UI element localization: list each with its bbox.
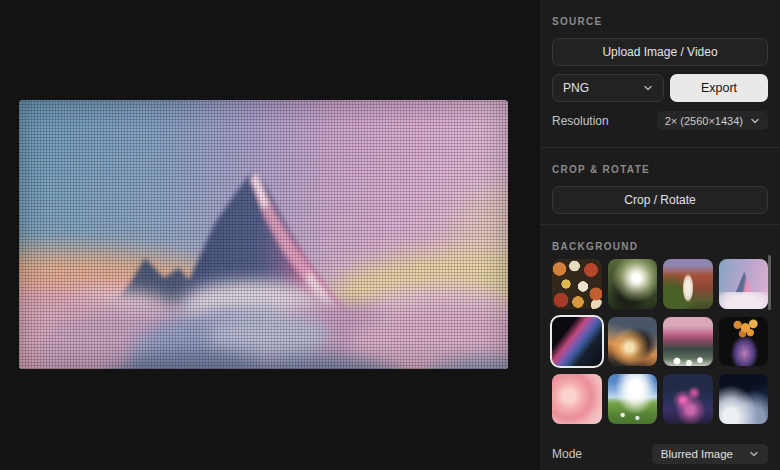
background-section-header: BACKGROUND <box>552 241 768 252</box>
mode-select-value: Blurred Image <box>661 448 733 460</box>
background-scrollbar[interactable] <box>768 255 771 310</box>
resolution-select[interactable]: 2× (2560×1434) <box>657 111 768 130</box>
background-thumb-canyon-waterfall[interactable] <box>663 259 713 309</box>
section-divider <box>540 147 780 148</box>
background-thumb-silhouette-reading-sunset[interactable] <box>608 317 658 367</box>
chevron-down-icon <box>749 449 759 459</box>
resolution-label: Resolution <box>552 114 609 128</box>
background-thumb-green-meadow-sky[interactable] <box>608 374 658 424</box>
section-divider <box>540 224 780 225</box>
export-button[interactable]: Export <box>670 74 768 102</box>
background-thumb-night-sky-clouds[interactable] <box>719 374 769 424</box>
background-thumb-neon-city-night[interactable] <box>663 374 713 424</box>
format-select[interactable]: PNG <box>552 74 664 102</box>
resolution-select-value: 2× (2560×1434) <box>665 115 743 127</box>
format-select-value: PNG <box>563 81 589 95</box>
crop-section-header: CROP & ROTATE <box>552 164 768 175</box>
mountain-artwork <box>19 100 508 369</box>
background-thumb-pink-mountains-valley[interactable] <box>663 317 713 367</box>
background-thumb-light-through-forest[interactable] <box>608 259 658 309</box>
chevron-down-icon <box>643 83 653 93</box>
background-thumb-mountain-above-clouds[interactable] <box>719 259 769 309</box>
background-grid <box>552 259 768 424</box>
chevron-down-icon <box>750 116 760 126</box>
sidebar: SOURCE Upload Image / Video PNG Export R… <box>540 0 780 470</box>
artwork-canvas[interactable] <box>19 100 508 369</box>
upload-image-video-button[interactable]: Upload Image / Video <box>552 38 768 66</box>
mode-label: Mode <box>552 447 582 461</box>
source-section-header: SOURCE <box>552 16 768 27</box>
background-thumb-pink-peony[interactable] <box>552 374 602 424</box>
background-thumb-flowers-in-vase[interactable] <box>719 317 769 367</box>
crop-rotate-button[interactable]: Crop / Rotate <box>552 186 768 214</box>
background-thumb-autumn-flowers[interactable] <box>552 259 602 309</box>
mode-select[interactable]: Blurred Image <box>652 444 768 464</box>
background-thumb-planet-horizon-space[interactable] <box>552 317 602 367</box>
canvas-area <box>0 0 540 470</box>
